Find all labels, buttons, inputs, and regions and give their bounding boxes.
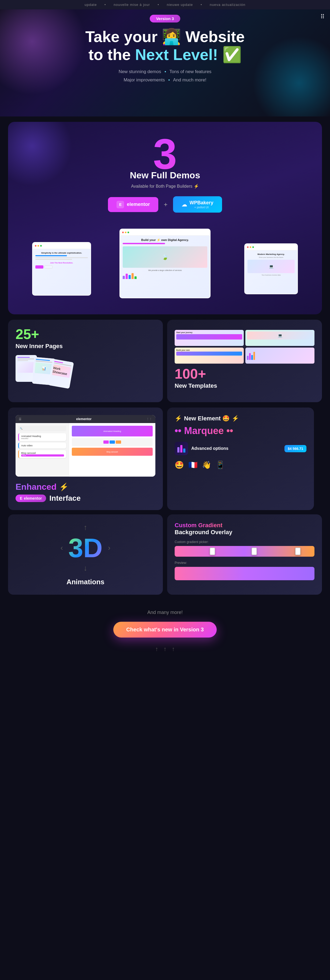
emoji-1: 🤩 xyxy=(175,461,184,469)
version-badge: Version 3 xyxy=(150,15,180,22)
demo-screen-right: Modern Marketing Agency. Drive your busi… xyxy=(244,243,298,294)
two-col-section: ↑ ‹ 3D › ↓ Animations Custom Gradient Ba… xyxy=(8,514,322,595)
marquee-section: ⚡ New Element 🤩 ⚡ •• Marquee •• Advanced… xyxy=(167,407,314,510)
builder-buttons: E elementor + ☁ WPBakery + pixfort UI xyxy=(16,196,314,213)
elementor-icon: E xyxy=(116,201,124,208)
plus-separator: + xyxy=(164,201,167,208)
hero-title-line1: Take your 👩‍💻 Website xyxy=(11,28,319,46)
elementor-button[interactable]: E elementor xyxy=(108,197,158,212)
demos-title: New Full Demos xyxy=(16,170,314,180)
marquee-item-1: update xyxy=(84,3,97,7)
enhanced-label: Enhanced ⚡ xyxy=(16,482,155,492)
el-sidebar-item-video: Auto video xyxy=(18,442,66,449)
picker-handle-1[interactable] xyxy=(210,547,215,555)
bar-1 xyxy=(177,447,180,452)
elementor-footer: E elementor Interface xyxy=(16,494,155,503)
inner-pages-card: 25+ New Inner Pages 📊 xyxy=(8,320,163,402)
emoji-row: 🤩 🇫🇷 👋 📱 xyxy=(175,461,306,469)
gradient-title: Custom Gradient Background Overlay xyxy=(175,522,314,536)
demo-screen-main: Build your ⚡ own Digital Agency. 🍃 We pr… xyxy=(120,229,210,298)
template-thumb-2: 💻 xyxy=(246,330,314,346)
enhanced-text: Enhanced xyxy=(16,482,56,492)
demos-subtitle: Available for Both Page Builders ⚡ xyxy=(16,184,314,189)
card-3d: ↑ ‹ 3D › ↓ Animations xyxy=(8,514,163,595)
gradient-preview-bar xyxy=(175,567,314,580)
bar-2 xyxy=(180,445,182,452)
template-thumb-4 xyxy=(246,348,314,364)
templates-label: New Templates xyxy=(175,382,314,389)
marquee-item-3: nieuwe update xyxy=(167,3,193,7)
marquee-item-2: nouvelle mise à jour xyxy=(113,3,150,7)
inner-pages-label: New Inner Pages xyxy=(16,343,155,350)
templates-card: Start your journey 💻 Build your own xyxy=(167,320,322,402)
elementor-card: ☰ elementor ⋮⋮ 🔍 Animated Heading beauti… xyxy=(8,407,163,510)
hero-title-line2: to the Next Level! ✅ xyxy=(11,46,319,64)
el-sidebar: 🔍 Animated Heading beautiful Auto video … xyxy=(16,423,69,477)
marquee-item-4: nueva actualización xyxy=(210,3,246,7)
advanced-options-text: Advanced options xyxy=(191,446,228,451)
animations-label: Animations xyxy=(67,578,104,586)
bottom-arrows: ↑ ↑ ↑ xyxy=(8,646,322,652)
el-body: 🔍 Animated Heading beautiful Auto video … xyxy=(16,423,155,477)
inner-pages-preview: 📊 Work Showcase xyxy=(16,355,155,387)
bottom-arrow-2: ↑ xyxy=(164,646,167,652)
arrows-bottom: ↓ xyxy=(84,564,87,573)
hero-title: Take your 👩‍💻 Website to the Next Level!… xyxy=(11,28,319,64)
page-thumb-3: Work Showcase xyxy=(48,359,74,389)
bar-3 xyxy=(183,449,185,452)
el-canvas: Animated Heading Blog carousel xyxy=(69,423,155,477)
demo-screenshots: Simplicity is the ultimate sophisticatio… xyxy=(16,221,314,306)
card-gradient: Custom Gradient Background Overlay Custo… xyxy=(167,514,322,595)
picker-handle-2[interactable] xyxy=(252,547,257,555)
bottom-section: And many more! Check what's new in Versi… xyxy=(0,599,330,668)
and-more-text: And many more! xyxy=(8,610,322,615)
bottom-arrow-1: ↑ xyxy=(155,646,158,652)
arrow-sides: ‹ 3D › xyxy=(61,535,111,561)
emoji-4: 📱 xyxy=(216,461,225,469)
bottom-arrow-3: ↑ xyxy=(172,646,175,652)
hero-subtitle: New stunning demos • Tons of new feature… xyxy=(11,68,319,84)
bar-chart-mini xyxy=(177,444,185,452)
feature-grid: 25+ New Inner Pages 📊 xyxy=(8,320,322,402)
lightning-icon: ⚡ xyxy=(59,482,69,492)
brand-icon: ⠿ xyxy=(320,13,325,20)
inner-pages-stat: 25+ xyxy=(16,327,155,341)
demo-screen-left: Simplicity is the ultimate sophisticatio… xyxy=(32,242,91,296)
new-element-label: ⚡ New Element 🤩 ⚡ xyxy=(175,415,306,422)
demos-section: 3 New Full Demos Available for Both Page… xyxy=(8,122,322,314)
elementor-badge: E elementor xyxy=(16,495,46,502)
picker-handle-3[interactable] xyxy=(295,547,301,555)
wpbakery-button[interactable]: ☁ WPBakery + pixfort UI xyxy=(173,196,222,213)
advanced-options-row: Advanced options $4 566.71 xyxy=(175,442,306,455)
templates-stat: 100+ xyxy=(175,367,314,381)
interface-text: Interface xyxy=(49,494,81,503)
template-thumb-1: Start your journey xyxy=(175,330,244,346)
el-toolbar: ☰ elementor ⋮⋮ xyxy=(16,415,155,423)
template-thumb-3: Build your own xyxy=(175,348,244,364)
marquee-display: •• Marquee •• xyxy=(175,425,306,436)
elementor-mockup: ☰ elementor ⋮⋮ 🔍 Animated Heading beauti… xyxy=(16,415,155,477)
preview-label: Preview: xyxy=(175,561,314,565)
top-marquee: update • nouvelle mise à jour • nieuwe u… xyxy=(0,0,330,10)
gradient-picker-bar xyxy=(175,546,314,557)
emoji-2: 🇫🇷 xyxy=(188,461,198,469)
el-sidebar-item-animated: Animated Heading beautiful xyxy=(18,433,66,441)
text-3d: 3D xyxy=(68,535,103,561)
cta-button[interactable]: Check what's new in Version 3 xyxy=(113,622,217,638)
el-sidebar-item-blog: Blog carousel NEW xyxy=(18,450,66,458)
arrow-right: › xyxy=(108,544,110,552)
arrow-left: ‹ xyxy=(61,544,63,552)
templates-preview: Start your journey 💻 Build your own xyxy=(175,330,314,364)
advanced-icon-box xyxy=(175,442,188,455)
gradient-picker-label: Custom gradient picker: xyxy=(175,540,314,544)
split-row: ☰ elementor ⋮⋮ 🔍 Animated Heading beauti… xyxy=(8,407,322,510)
demos-big-number: 3 xyxy=(16,132,314,175)
emoji-3: 👋 xyxy=(202,461,211,469)
hero-section: ⠿ Version 3 Take your 👩‍💻 Website to the… xyxy=(0,10,330,116)
arrows-top: ↑ xyxy=(84,523,87,532)
wpbakery-icon: ☁ xyxy=(182,201,187,208)
price-badge: $4 566.71 xyxy=(284,445,306,452)
